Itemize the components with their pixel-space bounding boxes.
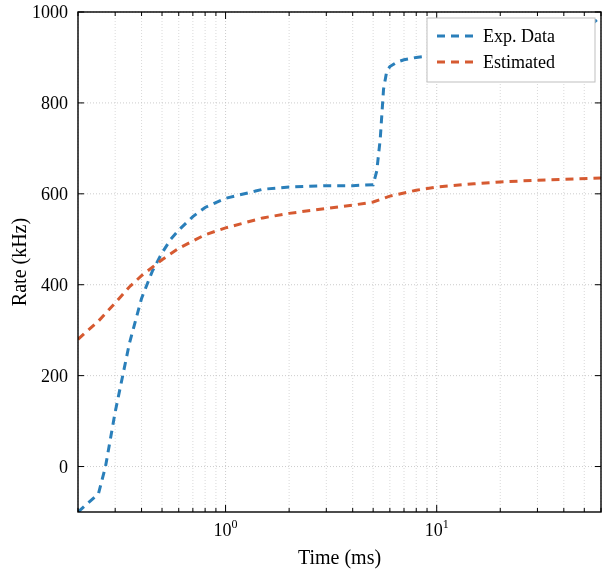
- x-tick-label: 101: [425, 517, 449, 540]
- y-axis-label: Rate (kHz): [8, 218, 31, 306]
- x-tick-label: 100: [214, 517, 238, 540]
- y-tick-label: 200: [41, 366, 68, 386]
- y-tick-label: 600: [41, 184, 68, 204]
- y-tick-label: 800: [41, 93, 68, 113]
- legend-label: Exp. Data: [483, 26, 555, 46]
- x-tick-labels: 100101: [214, 517, 449, 540]
- legend: Exp. DataEstimated: [427, 18, 595, 82]
- chart-container: { "chart_data": { "type": "line", "xlabe…: [0, 0, 613, 582]
- legend-label: Estimated: [483, 52, 555, 72]
- y-tick-label: 1000: [32, 2, 68, 22]
- line-chart: 100101 02004006008001000 Time (ms) Rate …: [0, 0, 613, 582]
- x-axis-label: Time (ms): [298, 546, 381, 569]
- y-tick-label: 400: [41, 275, 68, 295]
- y-tick-label: 0: [59, 457, 68, 477]
- y-tick-labels: 02004006008001000: [32, 2, 68, 477]
